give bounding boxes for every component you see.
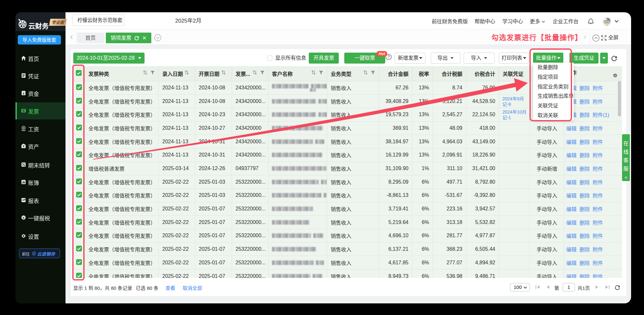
svg-text:¥: ¥ — [23, 145, 25, 148]
svg-text:¥: ¥ — [23, 216, 25, 219]
svg-text:¥: ¥ — [23, 92, 24, 95]
svg-text:¥: ¥ — [23, 127, 25, 129]
